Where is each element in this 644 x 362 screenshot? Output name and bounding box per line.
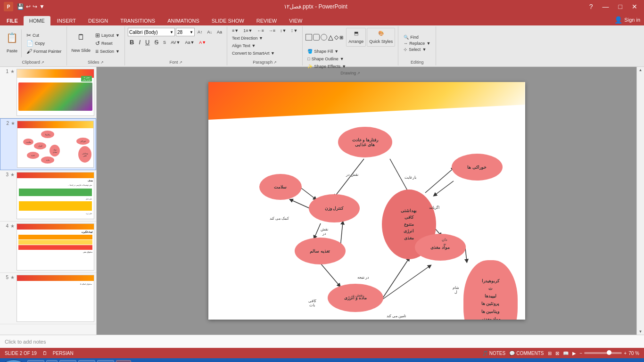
tab-insert[interactable]: INSERT xyxy=(51,16,82,25)
notes-button[interactable]: 🎵NOTES xyxy=(482,351,505,356)
tab-slideshow[interactable]: SLIDE SHOW xyxy=(206,16,250,25)
replace-button[interactable]: ↔Replace▼ xyxy=(402,41,432,46)
quick-access-save[interactable]: 💾 xyxy=(17,3,24,10)
minimize-button[interactable]: — xyxy=(600,3,612,10)
quick-styles-button[interactable]: 🎨 Quick Styles xyxy=(367,28,395,47)
taskbar-app-powerpoint[interactable]: 🅿 xyxy=(116,360,131,362)
cut-button[interactable]: ✂ Cut xyxy=(25,32,64,39)
character-spacing-button[interactable]: AV▼ xyxy=(169,40,182,45)
scroll-up-button[interactable]: ▲ xyxy=(638,67,644,73)
slide-thumb-3: هدف متن توضیحات فارسی در اینجا... متن سب… xyxy=(17,172,94,219)
tab-design[interactable]: DESIGN xyxy=(83,16,114,25)
quick-access-undo[interactable]: ↩ xyxy=(26,3,31,10)
slide-item-3[interactable]: 3 ★ هدف متن توضیحات فارسی در اینجا... مت… xyxy=(0,170,96,222)
italic-button[interactable]: I xyxy=(137,38,142,46)
bullets-button[interactable]: ≡▼ xyxy=(230,28,240,33)
align-text-button[interactable]: Align Text ▼ xyxy=(230,43,257,49)
language-indicator: PERSIAN xyxy=(53,351,74,356)
font-decrease-button[interactable]: A↓ xyxy=(206,29,215,35)
zoom-in-button[interactable]: + xyxy=(624,351,627,356)
comments-button[interactable]: 💬COMMENTS xyxy=(509,351,544,356)
clear-format-button[interactable]: Aa xyxy=(215,29,224,35)
paste-button[interactable]: 📋 Paste xyxy=(3,29,22,58)
view-normal-button[interactable]: ⊞ xyxy=(548,351,552,356)
format-painter-button[interactable]: 🖌 Format Painter xyxy=(25,48,64,55)
close-button[interactable]: ✕ xyxy=(629,3,640,10)
slide-item-1[interactable]: 1 ★ فصل ۱۲تغذیه سالم xyxy=(0,67,96,118)
tab-view[interactable]: VIEW xyxy=(283,16,308,25)
font-expand-icon[interactable]: ↗ xyxy=(179,60,182,65)
font-increase-button[interactable]: A↑ xyxy=(196,29,205,35)
reset-button[interactable]: ↺ Reset xyxy=(93,40,122,47)
paragraph-expand-icon[interactable]: ↗ xyxy=(273,60,277,65)
canvas-area[interactable]: رفتارها و عادتهای غذایی سلامت کنترل وزن … xyxy=(97,67,636,335)
label-danand: دانند xyxy=(442,238,447,246)
slide-item-2[interactable]: 2 ★ رفتارها سلامت کنترل تغذیه ماده خوراک… xyxy=(0,118,96,170)
shape-diamond[interactable]: ◇ xyxy=(334,34,339,41)
svg-line-12 xyxy=(382,266,430,300)
bold-button[interactable]: B xyxy=(128,38,136,46)
sign-in-button[interactable]: 👤 Sign in xyxy=(611,14,644,25)
taskbar-app-firefox[interactable]: 🦊 xyxy=(78,360,95,362)
shadow-button[interactable]: S xyxy=(161,40,168,45)
tab-review[interactable]: REVIEW xyxy=(251,16,282,25)
line-spacing-button[interactable]: ↕▼ xyxy=(278,28,288,33)
shape-oval[interactable] xyxy=(321,34,327,41)
zoom-out-button[interactable]: − xyxy=(580,351,583,356)
convert-smartart-button[interactable]: Convert to SmartArt ▼ xyxy=(230,50,277,56)
taskbar-app-chrome[interactable]: 🔵 xyxy=(59,360,76,362)
font-color-button[interactable]: A▼ xyxy=(197,40,208,45)
zoom-slider[interactable] xyxy=(584,352,622,354)
section-button[interactable]: ≡ Section ▼ xyxy=(93,48,122,55)
strikethrough-button[interactable]: S xyxy=(152,38,160,46)
start-button[interactable]: ⊞ xyxy=(2,360,25,362)
shape-triangle[interactable]: △ xyxy=(328,33,333,41)
shape-fill-button[interactable]: 🪣Shape Fill▼ xyxy=(305,49,340,54)
decrease-indent-button[interactable]: ←≡ xyxy=(255,28,265,33)
quick-access-customize[interactable]: ▼ xyxy=(39,3,45,10)
new-slide-button[interactable]: 🗒 New Slide xyxy=(70,29,93,58)
slide-item-4[interactable]: 4 ★ ایجاد انگیزه محتوای متنی xyxy=(0,222,96,273)
clipboard-expand-icon[interactable]: ↗ xyxy=(41,60,44,65)
taskbar-app-explorer[interactable]: 📁 xyxy=(97,360,114,362)
maximize-button[interactable]: □ xyxy=(616,3,625,10)
columns-button[interactable]: ⫶▼ xyxy=(289,28,299,33)
view-slideshow-button[interactable]: ▶ xyxy=(572,351,576,356)
font-family-combo[interactable]: Calibri (Body) ▼ xyxy=(128,28,175,36)
click-to-add-notes[interactable]: Click to add notes xyxy=(5,339,46,345)
shape-rounded-rect[interactable] xyxy=(313,34,320,41)
taskbar-app-browser[interactable]: e xyxy=(46,360,58,362)
view-reading-button[interactable]: 📖 xyxy=(563,351,569,356)
slide-thumb-4: ایجاد انگیزه محتوای متنی xyxy=(17,223,94,271)
tab-home[interactable]: HOME xyxy=(24,16,50,25)
font-size-combo[interactable]: 28 ▼ xyxy=(176,28,195,36)
tab-file[interactable]: FILE xyxy=(2,16,23,25)
paragraph-group: ≡▼ 1≡▼ ←≡ →≡ ↕▼ ⫶▼ Text Direction ▼ Alig… xyxy=(227,26,303,66)
tab-transitions[interactable]: TRANSITIONS xyxy=(115,16,161,25)
text-direction-button[interactable]: Text Direction ▼ xyxy=(230,35,265,41)
numbering-button[interactable]: 1≡▼ xyxy=(241,28,254,33)
layout-button[interactable]: ⊞ Layout ▼ xyxy=(93,32,122,39)
shape-rect[interactable] xyxy=(305,34,312,41)
select-button[interactable]: ⊹Select▼ xyxy=(402,47,432,52)
shape-outline-button[interactable]: □Shape Outline▼ xyxy=(305,56,346,62)
help-button[interactable]: ? xyxy=(586,3,596,10)
notes-area[interactable]: Click to add notes xyxy=(0,335,644,348)
slide-item-5[interactable]: 5 ★ محتوای اسلاید ۵ xyxy=(0,273,96,324)
view-slide-sorter-button[interactable]: ⊠ xyxy=(555,351,559,356)
underline-button[interactable]: U xyxy=(143,38,151,46)
arrange-button[interactable]: ⬒ Arrange xyxy=(346,28,366,47)
taskbar-app-ie[interactable]: 🌐 xyxy=(27,360,44,362)
slides-expand-icon[interactable]: ↗ xyxy=(100,60,104,65)
scroll-down-button[interactable]: ▼ xyxy=(638,329,644,335)
change-case-button[interactable]: Aa▼ xyxy=(183,40,196,45)
slide-star-4: ★ xyxy=(10,223,15,229)
shape-more[interactable]: ⊞ xyxy=(339,35,343,40)
tab-animations[interactable]: ANIMATIONS xyxy=(162,16,205,25)
increase-indent-button[interactable]: →≡ xyxy=(267,28,277,33)
copy-button[interactable]: 📄 Copy xyxy=(25,40,64,47)
slides-group: 🗒 New Slide ⊞ Layout ▼ ↺ Reset ≡ Section… xyxy=(67,26,125,66)
quick-access-redo[interactable]: ↪ xyxy=(33,3,37,10)
find-button[interactable]: 🔍Find xyxy=(402,34,432,40)
slide-panel: 1 ★ فصل ۱۲تغذیه سالم 2 ★ رفتارها xyxy=(0,67,97,335)
